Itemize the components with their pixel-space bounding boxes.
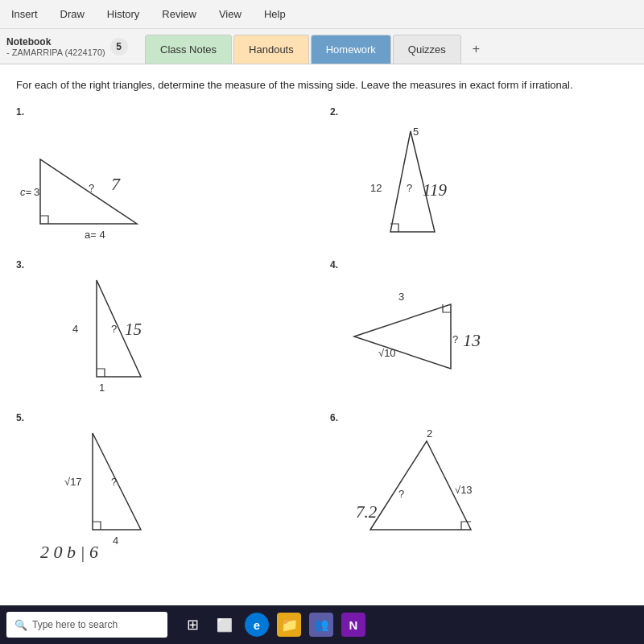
problems-grid: 1. c= 3 a= 4 ? 7 2. — [16, 106, 628, 557]
problem-1: 1. c= 3 a= 4 ? 7 — [16, 106, 314, 251]
notebook-subtitle: - ZAMARRIPA (4224170) — [6, 47, 105, 57]
svg-text:?: ? — [398, 488, 404, 500]
menu-help[interactable]: Help — [259, 5, 291, 23]
svg-marker-16 — [354, 304, 451, 369]
menu-insert[interactable]: Insert — [6, 5, 43, 23]
tab-class-notes[interactable]: Class Notes — [145, 35, 232, 64]
problem-3-diagram: 4 1 ? 15 — [16, 272, 177, 401]
tab-bar: Notebook - ZAMARRIPA (4224170) 5 Class N… — [0, 29, 644, 64]
problem-6: 6. 2 √13 ? 7.2 — [330, 412, 628, 557]
taskbar: 🔍 Type here to search ⊞ ⬜ e 📁 👥 N — [0, 605, 644, 644]
svg-text:5: 5 — [413, 126, 419, 138]
tabs-container: Class Notes Handouts Homework Quizzes + — [145, 29, 489, 64]
svg-text:1: 1 — [99, 382, 105, 394]
notebook-info: Notebook - ZAMARRIPA (4224170) 5 — [0, 36, 145, 57]
instructions-text: For each of the right triangles, determi… — [16, 77, 628, 93]
svg-text:119: 119 — [423, 180, 447, 200]
content-area: For each of the right triangles, determi… — [0, 64, 644, 605]
svg-text:12: 12 — [370, 182, 382, 194]
notebook-title: Notebook — [6, 36, 105, 47]
svg-text:7.2: 7.2 — [356, 502, 378, 522]
svg-text:7: 7 — [111, 174, 121, 194]
svg-text:3: 3 — [34, 186, 39, 198]
svg-text:?: ? — [407, 182, 412, 194]
svg-text:a= 4: a= 4 — [85, 229, 105, 241]
problem-3: 3. 4 1 ? 15 — [16, 259, 314, 404]
tab-homework[interactable]: Homework — [311, 35, 391, 64]
taskbar-icons: ⊞ ⬜ e 📁 👥 N — [180, 613, 365, 637]
onenote-icon[interactable]: N — [341, 613, 365, 637]
problem-6-diagram: 2 √13 ? 7.2 — [330, 425, 507, 554]
tab-add-button[interactable]: + — [463, 35, 489, 64]
svg-text:√17: √17 — [64, 476, 82, 488]
problem-4: 4. 3 √10 ? 13 — [330, 259, 628, 404]
svg-text:?: ? — [111, 323, 117, 335]
problem-2: 2. 5 12 ? 119 — [330, 106, 628, 251]
problem-5: 5. √17 4 ? 2 0 b | 6 — [16, 412, 314, 557]
menu-draw[interactable]: Draw — [56, 5, 89, 23]
problem-1-diagram: c= 3 a= 4 ? 7 — [16, 119, 177, 248]
tab-handouts[interactable]: Handouts — [233, 35, 309, 64]
svg-text:2: 2 — [427, 427, 432, 440]
svg-text:2 0 b | 6: 2 0 b | 6 — [40, 542, 98, 562]
problem-2-num: 2. — [330, 106, 338, 118]
menu-bar: Insert Draw History Review View Help — [0, 0, 644, 29]
svg-text:√10: √10 — [378, 347, 396, 359]
svg-text:?: ? — [452, 333, 458, 345]
menu-view[interactable]: View — [214, 5, 246, 23]
problem-5-num: 5. — [16, 412, 24, 423]
problem-3-num: 3. — [16, 259, 24, 270]
svg-text:?: ? — [111, 476, 117, 488]
svg-text:13: 13 — [463, 330, 481, 350]
search-placeholder: Type here to search — [32, 619, 118, 630]
svg-text:?: ? — [89, 182, 94, 194]
svg-text:4: 4 — [72, 323, 78, 335]
menu-history[interactable]: History — [102, 5, 144, 23]
tab-quizzes[interactable]: Quizzes — [393, 35, 461, 64]
problem-4-diagram: 3 √10 ? 13 — [330, 272, 507, 401]
search-icon: 🔍 — [14, 619, 27, 631]
problem-6-num: 6. — [330, 412, 338, 423]
menu-review[interactable]: Review — [157, 5, 201, 23]
taskbar-search[interactable]: 🔍 Type here to search — [6, 612, 167, 638]
problem-2-diagram: 5 12 ? 119 — [330, 119, 491, 248]
task-view-icon[interactable]: ⬜ — [213, 613, 237, 637]
svg-text:4: 4 — [113, 535, 118, 547]
edge-icon[interactable]: e — [245, 613, 269, 637]
problem-1-num: 1. — [16, 106, 24, 118]
svg-text:√13: √13 — [455, 484, 473, 496]
problem-5-diagram: √17 4 ? 2 0 b | 6 — [16, 425, 177, 562]
svg-text:15: 15 — [125, 320, 142, 339]
windows-icon[interactable]: ⊞ — [180, 613, 204, 637]
problem-4-num: 4. — [330, 259, 338, 270]
svg-text:c=: c= — [20, 186, 32, 198]
teams-icon[interactable]: 👥 — [309, 613, 333, 637]
svg-text:3: 3 — [398, 291, 404, 303]
page-count: 5 — [110, 38, 128, 56]
folder-icon[interactable]: 📁 — [277, 613, 301, 637]
